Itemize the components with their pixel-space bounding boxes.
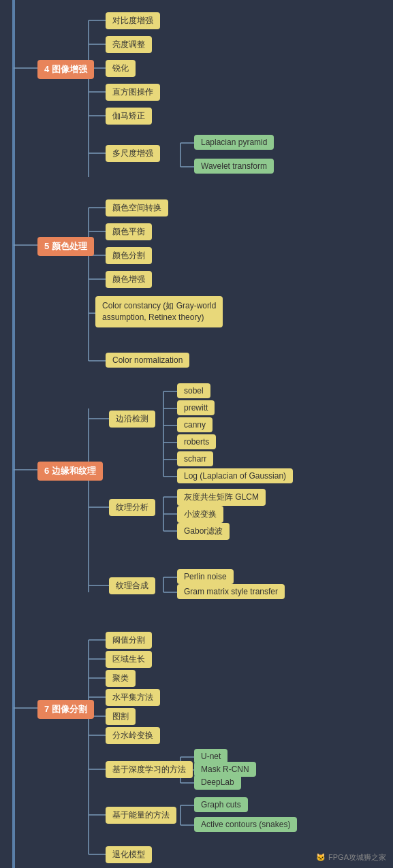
s5-item-3: 颜色增强: [106, 271, 152, 288]
s6-canny: canny: [177, 417, 213, 432]
s4-item-3: 直方图操作: [106, 84, 160, 101]
s6-sobel: sobel: [177, 383, 210, 398]
s5-item-5: Color normalization: [106, 353, 189, 368]
s4-item-1: 亮度调整: [106, 36, 152, 53]
s6-glcm: 灰度共生矩阵 GLCM: [177, 489, 266, 506]
section4-label: 4 图像增强: [37, 60, 94, 79]
s6-scharr: scharr: [177, 451, 213, 466]
s6-perlin: Perlin noise: [177, 569, 234, 584]
left-bar: [12, 0, 15, 868]
s7-item-2: 聚类: [106, 670, 136, 687]
s7-item-3: 水平集方法: [106, 689, 160, 706]
s4-wavelet: Wavelet transform: [194, 159, 274, 174]
s6-prewitt: prewitt: [177, 400, 215, 415]
s6-group1-label: 纹理分析: [109, 499, 155, 516]
s5-item-4: Color constancy (如 Gray-worldassumption,…: [95, 296, 223, 327]
s6-group2-label: 纹理合成: [109, 577, 155, 594]
s7-item-1: 区域生长: [106, 651, 152, 668]
section6-label: 6 边缘和纹理: [37, 462, 103, 481]
s6-roberts: roberts: [177, 434, 216, 449]
s7-activecont: Active contours (snakes): [194, 817, 297, 832]
s7-item-0: 阈值分割: [106, 632, 152, 649]
s7-energy-label: 基于能量的方法: [106, 807, 176, 824]
s6-gabor: Gabor滤波: [177, 523, 230, 540]
s7-item-4: 图割: [106, 708, 136, 725]
section5-label: 5 颜色处理: [37, 237, 94, 256]
s4-item-2: 锐化: [106, 60, 136, 77]
s4-item-0: 对比度增强: [106, 12, 160, 29]
s4-laplacian: Laplacian pyramid: [194, 135, 274, 150]
s7-item-8: 退化模型: [106, 846, 152, 863]
section7-label: 7 图像分割: [37, 700, 94, 719]
watermark: 🐱 FPGA攻城狮之家: [316, 852, 386, 863]
s7-deeplab: DeepLab: [194, 775, 241, 790]
watermark-text: FPGA攻城狮之家: [328, 852, 386, 863]
s6-group0-label: 边沿检测: [109, 411, 155, 428]
s5-item-1: 颜色平衡: [106, 223, 152, 240]
main-container: 4 图像增强 对比度增强 亮度调整 锐化 直方图操作 伽马矫正 多尺度增强 La…: [0, 0, 393, 868]
s7-item-5: 分水岭变换: [106, 727, 160, 744]
s4-item-4: 伽马矫正: [106, 108, 152, 125]
s7-graphcuts: Graph cuts: [194, 797, 248, 812]
s6-gram: Gram matrix style transfer: [177, 584, 285, 599]
watermark-icon: 🐱: [316, 853, 326, 862]
s6-wavelet: 小波变换: [177, 506, 223, 523]
s4-item-5: 多尺度增强: [106, 145, 160, 162]
s7-deeplearn-label: 基于深度学习的方法: [106, 761, 193, 778]
s5-item-0: 颜色空间转换: [106, 199, 168, 216]
s6-log: Log (Laplacian of Gaussian): [177, 468, 293, 483]
s5-item-2: 颜色分割: [106, 247, 152, 264]
